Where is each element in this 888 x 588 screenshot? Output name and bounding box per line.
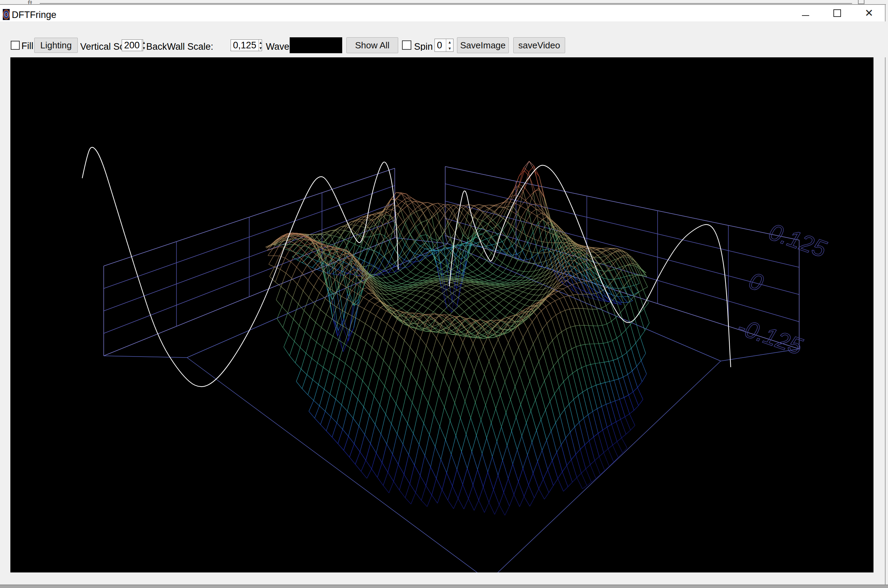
close-button[interactable]: ✕ (859, 5, 879, 21)
background-window-restore-icon (858, 0, 864, 4)
maximize-button[interactable] (827, 5, 847, 21)
save-video-button[interactable]: saveVideo (513, 37, 565, 53)
window-title: DFTFringe (12, 10, 56, 20)
backwall-scale-down-arrow[interactable]: ▼ (259, 45, 263, 51)
surface-canvas[interactable] (11, 57, 873, 573)
window-border-right (885, 4, 886, 585)
toolbar: Fill Lighting Vertical Scale: 200 ▲ ▼ Ba… (0, 21, 886, 57)
spin-label: Spin (414, 42, 433, 51)
surface-viewport[interactable] (11, 57, 873, 573)
backwall-scale-value[interactable]: 0,125 (231, 40, 258, 51)
window-bottom-edge (0, 585, 888, 588)
backwall-scale-up-arrow[interactable]: ▲ (259, 40, 263, 45)
maximize-icon (833, 9, 841, 17)
waves-color-swatch[interactable] (290, 37, 342, 53)
app-icon (3, 9, 10, 20)
spin-down-arrow[interactable]: ▼ (446, 45, 453, 51)
backwall-scale-label: BackWall Scale: (146, 42, 213, 51)
title-bar: DFTFringe ✕ (0, 4, 886, 22)
fill-checkbox[interactable] (11, 41, 20, 50)
close-icon: ✕ (864, 8, 873, 18)
show-all-button[interactable]: Show All (346, 37, 398, 53)
spin-checkbox[interactable] (402, 40, 411, 50)
fill-label: Fill (21, 41, 33, 50)
vertical-scale-spinbox[interactable]: 200 ▲ ▼ (122, 39, 143, 51)
vertical-scale-up-arrow[interactable]: ▲ (142, 40, 146, 45)
backwall-scale-spinbox[interactable]: 0,125 ▲ ▼ (231, 39, 262, 51)
spin-spinbox[interactable]: 0 ▲ ▼ (434, 39, 454, 52)
minimize-button[interactable] (795, 5, 816, 21)
minimize-icon (802, 15, 809, 16)
vertical-scale-value[interactable]: 200 (122, 40, 142, 51)
vertical-scale-down-arrow[interactable]: ▼ (142, 45, 146, 51)
save-image-button[interactable]: SaveImage (457, 37, 509, 53)
spin-value[interactable]: 0 (435, 39, 446, 51)
lighting-button[interactable]: Lighting (34, 38, 78, 53)
background-window-edge (40, 3, 852, 4)
spin-up-arrow[interactable]: ▲ (446, 39, 453, 45)
